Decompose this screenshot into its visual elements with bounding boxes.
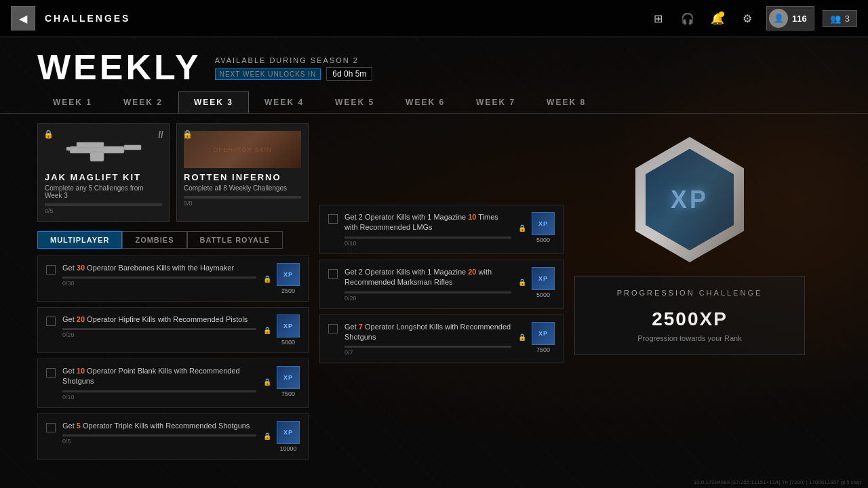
- back-button[interactable]: ◀: [11, 6, 35, 30]
- challenge-text: Get 30 Operator Barebones Kills with the…: [62, 263, 256, 273]
- player-level: 116: [792, 14, 807, 24]
- xp-badge: XP 7500: [277, 366, 300, 397]
- gun-image: [56, 134, 151, 165]
- svg-rect-4: [66, 147, 72, 150]
- lock-icon-small: 🔒: [518, 333, 526, 341]
- notification-icon[interactable]: 🔔: [707, 7, 728, 29]
- challenge-item: Get 30 Operator Barebones Kills with the…: [37, 256, 309, 302]
- reward-progress-bar-jak: [45, 203, 162, 206]
- grid-icon[interactable]: ⊞: [647, 7, 669, 29]
- notification-dot: [719, 12, 724, 17]
- xp-text-large: XP: [671, 186, 709, 214]
- xp-badge: XP 5000: [532, 267, 555, 298]
- challenge-content: Get 20 Operator Hipfire Kills with Recom…: [62, 314, 256, 338]
- xp-badge: XP 5000: [532, 212, 555, 243]
- highlight: 10: [77, 367, 85, 375]
- challenge-item: Get 20 Operator Hipfire Kills with Recom…: [37, 307, 309, 353]
- challenge-content: Get 5 Operator Triple Kills with Recomme…: [62, 421, 256, 445]
- xp-icon: XP: [277, 366, 300, 389]
- lock-icon-small: 🔒: [263, 275, 271, 283]
- build-info: 10.0.17284883 [37:255:11151+11A] Th [720…: [694, 479, 861, 485]
- top-bar: ◀ CHALLENGES ⊞ 🎧 🔔 ⚙ 👤 116 👥 3: [0, 0, 868, 37]
- xp-icon: XP: [532, 212, 555, 235]
- friends-icon: 👥: [830, 14, 841, 24]
- left-panel: 🔒 // JAK MAGLIFT KIT Co: [37, 123, 309, 472]
- challenge-text: Get 20 Operator Hipfire Kills with Recom…: [62, 314, 256, 325]
- xp-value: 5000: [536, 291, 550, 298]
- tab-week2[interactable]: WEEK 2: [108, 92, 178, 113]
- reward-cards: 🔒 // JAK MAGLIFT KIT Co: [37, 123, 309, 222]
- challenge-checkbox[interactable]: [328, 269, 338, 279]
- reward-progress-text-jak: 0/5: [45, 207, 162, 214]
- xp-icon: XP: [277, 263, 300, 286]
- reward-name-rotten: ROTTEN INFERNO: [184, 172, 301, 182]
- challenge-content: Get 7 Operator Longshot Kills with Recom…: [344, 322, 511, 357]
- challenge-content: Get 2 Operator Kills with 1 Magazine 20 …: [344, 267, 511, 302]
- progression-box: PROGRESSION CHALLENGE 2500XP Progression…: [574, 276, 805, 355]
- xp-badge: XP 2500: [277, 263, 300, 294]
- challenge-progress-text: 0/5: [62, 438, 256, 445]
- top-right-icons: ⊞ 🎧 🔔 ⚙ 👤 116 👥 3: [647, 6, 857, 30]
- center-panel: Get 2 Operator Kills with 1 Magazine 10 …: [319, 123, 564, 472]
- highlight: 20: [468, 268, 476, 276]
- challenge-progress-text: 0/7: [344, 349, 511, 356]
- page-header: WEEKLY AVAILABLE DURING SEASON 2 NEXT WE…: [0, 37, 868, 92]
- challenge-checkbox[interactable]: [46, 423, 56, 432]
- xp-value: 2500: [281, 287, 295, 294]
- reward-progress-bar-rotten: [184, 196, 301, 199]
- challenge-right: 🔒 XP 5000: [518, 212, 555, 243]
- challenge-progress-bar: [344, 346, 511, 348]
- tab-week7[interactable]: WEEK 7: [460, 92, 531, 113]
- available-text: AVAILABLE DURING SEASON 2: [215, 56, 373, 64]
- challenge-text: Get 10 Operator Point Blank Kills with R…: [62, 366, 256, 387]
- xp-badge: XP 7500: [532, 322, 555, 353]
- challenge-item: Get 10 Operator Point Blank Kills with R…: [37, 359, 309, 408]
- headset-icon[interactable]: 🎧: [677, 7, 698, 29]
- lock-icon-small: 🔒: [518, 224, 526, 232]
- challenge-right: 🔒 XP 2500: [263, 263, 300, 294]
- xp-value: 5000: [536, 237, 550, 243]
- svg-rect-1: [77, 142, 104, 148]
- tab-week5[interactable]: WEEK 5: [319, 92, 390, 113]
- challenge-right: 🔒 XP 10000: [263, 421, 300, 452]
- challenge-checkbox[interactable]: [46, 317, 56, 326]
- progression-xp-value: 2500: [652, 308, 699, 329]
- friends-button[interactable]: 👥 3: [823, 10, 857, 27]
- challenge-checkbox[interactable]: [328, 214, 338, 224]
- tab-week4[interactable]: WEEK 4: [249, 92, 319, 113]
- tab-week1[interactable]: WEEK 1: [37, 92, 108, 113]
- season-info: AVAILABLE DURING SEASON 2 NEXT WEEK UNLO…: [215, 56, 373, 85]
- xp-value: 5000: [281, 339, 295, 346]
- challenge-checkbox[interactable]: [46, 368, 56, 378]
- challenge-content: Get 2 Operator Kills with 1 Magazine 10 …: [344, 212, 511, 247]
- unlock-label: NEXT WEEK UNLOCKS IN: [215, 68, 321, 80]
- reward-desc-rotten: Complete all 8 Weekly Challenges: [184, 184, 301, 192]
- challenge-progress-text: 0/30: [62, 280, 256, 287]
- challenge-item: Get 7 Operator Longshot Kills with Recom…: [319, 314, 564, 364]
- challenge-right: 🔒 XP 5000: [518, 267, 555, 298]
- challenge-progress-bar: [344, 237, 511, 239]
- highlight: 20: [77, 315, 85, 323]
- tab-multiplayer[interactable]: MULTIPLAYER: [37, 231, 122, 249]
- tab-week8[interactable]: WEEK 8: [531, 92, 601, 113]
- xp-section: XP PROGRESSION CHALLENGE 2500XP Progress…: [574, 123, 805, 472]
- player-badge[interactable]: 👤 116: [766, 6, 814, 30]
- progression-xp: 2500XP: [591, 301, 788, 331]
- challenge-list-right: Get 2 Operator Kills with 1 Magazine 10 …: [319, 205, 564, 363]
- unlock-timer: NEXT WEEK UNLOCKS IN 6d 0h 5m: [215, 67, 373, 81]
- reward-card-jak: 🔒 // JAK MAGLIFT KIT Co: [37, 123, 170, 222]
- challenge-checkbox[interactable]: [46, 265, 56, 274]
- challenge-right: 🔒 XP 5000: [263, 314, 300, 346]
- challenge-right: 🔒 XP 7500: [263, 366, 300, 397]
- tab-week6[interactable]: WEEK 6: [390, 92, 460, 113]
- xp-hexagon: XP: [635, 137, 744, 262]
- challenge-content: Get 10 Operator Point Blank Kills with R…: [62, 366, 256, 401]
- tab-battle-royale[interactable]: BATTLE ROYALE: [187, 231, 283, 249]
- settings-icon[interactable]: ⚙: [736, 7, 758, 29]
- challenge-checkbox[interactable]: [328, 324, 338, 333]
- highlight: 30: [77, 264, 85, 272]
- tab-zombies[interactable]: ZOMBIES: [122, 231, 186, 249]
- tab-week3[interactable]: WEEK 3: [178, 92, 249, 113]
- xp-icon: XP: [277, 421, 300, 444]
- hex-inner: XP: [646, 149, 734, 251]
